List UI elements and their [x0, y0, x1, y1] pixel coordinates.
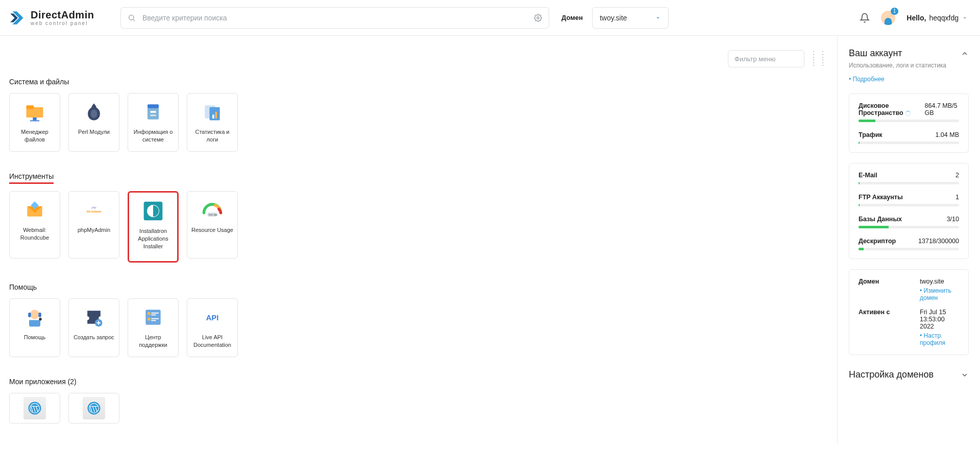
domain-select[interactable]: twoy.site — [592, 7, 669, 29]
installatron-icon — [142, 200, 164, 222]
domain-current: twoy.site — [600, 14, 627, 22]
svg-rect-17 — [212, 115, 214, 119]
change-domain-link[interactable]: • Изменить домен — [920, 287, 959, 301]
svg-text:API: API — [206, 314, 218, 322]
svg-point-2 — [129, 15, 134, 19]
tile-app-wordpress-1[interactable] — [9, 393, 60, 424]
folder-icon — [23, 101, 46, 123]
wordpress-icon — [83, 397, 105, 419]
svg-line-3 — [133, 19, 135, 21]
account-title: Ваш аккаунт — [849, 48, 902, 59]
profile-settings-link[interactable]: • Настр. профиля — [920, 332, 959, 346]
svg-rect-16 — [210, 107, 220, 121]
svg-rect-39 — [151, 318, 159, 319]
api-icon: API — [201, 306, 224, 328]
chart-icon — [201, 101, 224, 123]
tile-resource-usage[interactable]: MINMAX Resource Usage — [187, 191, 238, 258]
tiles-system: Менеджер файлов Perl Модули Информация о… — [9, 93, 828, 152]
tile-perl-modules[interactable]: Perl Модули — [68, 93, 119, 152]
svg-point-32 — [39, 318, 42, 321]
tile-phpmyadmin[interactable]: phpMyAdmin phpMyAdmin — [68, 191, 119, 258]
svg-rect-30 — [28, 313, 31, 317]
svg-rect-14 — [151, 115, 156, 116]
tile-label: Installatron Applications Installer — [132, 227, 174, 250]
metrics-card: Дисковое Пространство864.7 MB/5 GB Трафи… — [849, 93, 969, 153]
tile-create-ticket[interactable]: Создать запрос — [68, 298, 119, 357]
metric-ftp: FTP Аккаунты1 — [859, 194, 959, 206]
ticket-icon — [83, 306, 105, 328]
svg-text:MAX: MAX — [214, 214, 218, 216]
svg-rect-34 — [145, 310, 160, 324]
tile-roundcube[interactable]: Webmail: Roundcube — [9, 191, 60, 258]
tile-system-info[interactable]: Информация о системе — [128, 93, 179, 152]
active-key: Активен с — [859, 309, 910, 346]
logo[interactable]: DirectAdmin web control panel — [9, 9, 111, 27]
tile-label: Статистика и логи — [190, 128, 234, 144]
svg-rect-38 — [148, 318, 151, 321]
tile-api-docs[interactable]: API Live API Documentation — [187, 298, 238, 357]
tile-app-wordpress-2[interactable] — [68, 393, 119, 424]
metric-fd: Дескриптор13718/300000 — [859, 238, 959, 250]
chevron-down-icon — [655, 15, 661, 21]
wordpress-icon — [23, 397, 46, 419]
svg-rect-12 — [148, 104, 159, 108]
tiles-help: Помощь Создать запрос Центр поддержки AP… — [9, 298, 828, 357]
header-right: 1 Hello, heqqxfdg — [860, 11, 968, 25]
tile-file-manager[interactable]: Менеджер файлов — [9, 93, 60, 152]
tile-label: Создать запрос — [74, 334, 114, 341]
tile-label: phpMyAdmin — [78, 226, 110, 234]
menu-filter-input[interactable] — [728, 50, 804, 67]
chevron-down-icon — [962, 15, 968, 21]
account-panel-header[interactable]: Ваш аккаунт — [849, 48, 969, 59]
account-subtitle: Использование, логи и статистика — [849, 62, 969, 69]
avatar[interactable]: 1 — [881, 11, 895, 25]
gear-icon[interactable] — [534, 14, 542, 22]
domain-key: Домен — [859, 278, 910, 301]
domain-label: Домен — [561, 14, 583, 21]
notifications-button[interactable] — [860, 13, 870, 23]
gauge-icon: MINMAX — [201, 199, 224, 221]
app-header: DirectAdmin web control panel Домен twoy… — [0, 0, 980, 36]
tile-stats-logs[interactable]: Статистика и логи — [187, 93, 238, 152]
package-icon — [142, 101, 164, 123]
svg-rect-18 — [215, 112, 217, 119]
svg-rect-36 — [151, 313, 159, 314]
sidebar: Ваш аккаунт Использование, логи и статис… — [837, 36, 980, 444]
metrics-card-2: E-Mail2 FTP Аккаунты1 Базы Данных3/10 Де… — [849, 163, 969, 259]
svg-text:MIN: MIN — [209, 214, 213, 216]
tiles-apps — [9, 393, 828, 424]
svg-rect-13 — [151, 111, 156, 113]
svg-point-10 — [91, 109, 97, 118]
domain-card: Домен twoy.site • Изменить домен Активен… — [849, 269, 969, 355]
metric-db: Базы Данных3/10 — [859, 216, 959, 228]
metric-email: E-Mail2 — [859, 172, 959, 184]
section-help-title: Помощь — [9, 283, 828, 291]
account-more-link[interactable]: • Подробнее — [849, 76, 885, 83]
tile-label: Resource Usage — [191, 226, 233, 234]
support-agent-icon — [23, 306, 46, 328]
svg-text:MyAdmin: MyAdmin — [86, 210, 101, 214]
search-input[interactable] — [120, 7, 549, 29]
svg-rect-6 — [27, 105, 34, 109]
chevron-up-icon — [961, 50, 969, 58]
domain-settings-panel-header[interactable]: Настройка доменов — [849, 369, 969, 380]
svg-rect-31 — [38, 313, 41, 317]
tile-support-center[interactable]: Центр поддержки — [128, 298, 179, 357]
drag-handle-icon[interactable]: ⋮⋮⋮⋮ — [810, 51, 828, 67]
chevron-down-icon — [961, 371, 969, 379]
active-value: Fri Jul 15 13:53:00 2022 — [920, 309, 946, 330]
svg-point-29 — [30, 310, 39, 319]
tile-label: Perl Модули — [78, 128, 110, 136]
phpmyadmin-icon: phpMyAdmin — [83, 199, 105, 221]
svg-rect-8 — [30, 121, 39, 122]
tile-installatron[interactable]: Installatron Applications Installer — [128, 191, 179, 263]
tile-label: Live API Documentation — [190, 334, 234, 349]
tile-help[interactable]: Помощь — [9, 298, 60, 357]
section-tools-title: Инструменты — [9, 172, 828, 184]
search-icon — [128, 14, 136, 22]
tile-label: Помощь — [24, 334, 46, 341]
logo-text: DirectAdmin web control panel — [31, 10, 94, 26]
svg-text:php: php — [91, 206, 96, 209]
user-menu[interactable]: Hello, heqqxfdg — [906, 14, 968, 22]
tickets-list-icon — [142, 306, 164, 328]
